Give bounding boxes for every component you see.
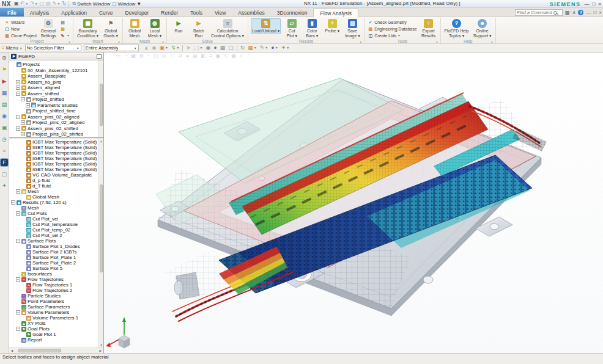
tree-item[interactable]: −◆Results (7.fld, 120 s) bbox=[9, 200, 103, 205]
tree-item[interactable]: ◆d_T fluid bbox=[9, 183, 103, 189]
save-image-button[interactable]: ▥SaveImage ▾ bbox=[343, 18, 361, 38]
toolbar-icon-14[interactable]: ✦▼ bbox=[281, 45, 290, 51]
menu-button[interactable]: ≡ Menu ▼ bbox=[2, 45, 23, 51]
tree-item[interactable]: ◆IGBT Max Temperature (Solid) bbox=[9, 150, 103, 156]
tree-item[interactable]: −◆Surface Plots bbox=[9, 238, 103, 244]
info-icon[interactable]: ◉ bbox=[1, 112, 8, 120]
cut-plot-button[interactable]: ▱CutPlot ▾ bbox=[283, 18, 301, 38]
tree-item[interactable]: ▧Cut Plot_vel 2 bbox=[9, 233, 103, 238]
tree-item[interactable]: −▣Project_shifted bbox=[9, 96, 103, 103]
resource-bar-icon[interactable]: ▦ bbox=[565, 10, 570, 15]
tab-application[interactable]: Application bbox=[55, 8, 93, 16]
collapse-icon[interactable]: − bbox=[11, 200, 15, 205]
local-mesh-button[interactable]: ◍LocalMesh ▾ bbox=[146, 18, 164, 38]
toolbar-icon-0[interactable]: ▲ bbox=[144, 45, 149, 51]
constraint-navigator-icon[interactable]: ▶ bbox=[1, 78, 8, 85]
simulation-model[interactable] bbox=[104, 53, 603, 353]
help-icon[interactable]: ? bbox=[578, 10, 583, 15]
calculation-control-options-button[interactable]: ≡CalculationControl Options ▾ bbox=[210, 18, 245, 38]
feature-tree-hscrollbar[interactable]: ◀ ▶ bbox=[9, 348, 103, 353]
toolbar-icon-4[interactable]: ➤ bbox=[186, 45, 191, 51]
find-command-box[interactable] bbox=[515, 9, 563, 16]
wizard-button[interactable]: ✦Wizard bbox=[4, 19, 37, 25]
expand-icon[interactable]: + bbox=[16, 86, 20, 90]
assembly-navigator-icon[interactable]: ⚑ bbox=[1, 66, 8, 73]
tree-item[interactable]: ▤Report bbox=[9, 337, 103, 343]
tab-analysis[interactable]: Analysis bbox=[24, 8, 56, 16]
scroll-thumb[interactable] bbox=[100, 84, 103, 126]
tree-item[interactable]: +▦Parametric Studies bbox=[9, 103, 103, 109]
tree-item[interactable]: −≈Flow Trajectories bbox=[9, 277, 103, 282]
tree-item[interactable]: ⚑00_Main_Assembly_122101 bbox=[9, 68, 103, 74]
history-icon[interactable]: ◷ bbox=[1, 136, 8, 143]
collapse-icon[interactable]: − bbox=[16, 211, 20, 216]
tree-item[interactable]: −▦Mesh bbox=[9, 189, 103, 194]
floefd-panel-icon[interactable]: F bbox=[1, 159, 8, 166]
global-goals-button[interactable]: ⚑GlobalGoals ▾ bbox=[102, 18, 120, 38]
tab-developer[interactable]: Developer bbox=[119, 8, 155, 16]
tree-item[interactable]: −▣Volume Parameters bbox=[9, 310, 103, 315]
tree-item[interactable]: ▣Project_shifted_time bbox=[9, 108, 103, 114]
tree-item[interactable]: ▧Cut Plot_vel bbox=[9, 216, 103, 222]
tree-item[interactable]: ◆Surface Plot 5 bbox=[9, 266, 103, 271]
part-navigator-icon[interactable]: ▦ bbox=[1, 89, 8, 96]
toolbar-icon-3[interactable]: ↯▼ bbox=[171, 45, 180, 51]
create-lids-button[interactable]: ◫Create Lids▼ bbox=[367, 32, 417, 38]
feature-tree-scrollbar[interactable]: ▲ ▼ bbox=[98, 139, 103, 348]
collapse-icon[interactable]: − bbox=[16, 92, 20, 96]
toolbar-icon-10[interactable]: ↻ bbox=[240, 45, 245, 51]
tree-item[interactable]: ▲XY Plots bbox=[9, 321, 103, 326]
tab-tools[interactable]: Tools bbox=[184, 8, 209, 16]
tree-item[interactable]: ◆IGBT Max Temperature (Solid) bbox=[9, 145, 103, 150]
tree-item[interactable]: ◆VG CAD Volume_Baseplate bbox=[9, 172, 103, 178]
tree-item[interactable]: −⚑Assem_shifted bbox=[9, 91, 103, 97]
close-button[interactable]: × bbox=[598, 1, 601, 7]
gear-icon[interactable]: ⚙ bbox=[1, 54, 8, 62]
scroll-thumb[interactable] bbox=[18, 349, 61, 352]
selection-filter-combo[interactable]: No Selection Filter▼ bbox=[25, 45, 81, 51]
expand-icon[interactable]: + bbox=[16, 80, 20, 84]
tree-item[interactable]: ◆IGBT Max Temperature (Solid) bbox=[9, 139, 103, 145]
tree-item[interactable]: +⚑Assem_aligned bbox=[9, 85, 103, 91]
icon-button[interactable]: ▤ bbox=[59, 19, 70, 25]
online-support-button[interactable]: ☻OnlineSupport ▾ bbox=[472, 18, 493, 38]
collapse-icon[interactable]: − bbox=[16, 126, 20, 131]
floefd-help-topics-button[interactable]: ?FloEFD HelpTopics ▾ bbox=[443, 18, 470, 38]
doc-close-icon[interactable]: × bbox=[599, 10, 602, 15]
tree-item[interactable]: ◆IGBT Max Temperature (Solid) bbox=[9, 156, 103, 161]
toolbar-icon-7[interactable]: ● bbox=[213, 45, 216, 51]
engineering-database-button[interactable]: ▤Engineering Database bbox=[367, 26, 417, 32]
tree-item[interactable]: ≈Flow Trajectories 1 bbox=[9, 282, 103, 288]
tree-item[interactable]: ▦Global Mesh bbox=[9, 194, 103, 200]
toolbar-icon-13[interactable]: ●▼ bbox=[271, 45, 278, 51]
tree-icon[interactable]: ≡ bbox=[1, 147, 8, 155]
collapse-icon[interactable]: − bbox=[21, 97, 25, 101]
probe-button[interactable]: +Probe ▾ bbox=[323, 18, 341, 34]
quick-access-button-2[interactable]: ↷▼ bbox=[30, 1, 38, 6]
collapse-icon[interactable]: − bbox=[16, 115, 20, 119]
toolbar-icon-2[interactable]: ▣▼ bbox=[159, 45, 168, 51]
collapse-icon[interactable]: − bbox=[16, 277, 20, 282]
group-launcher[interactable]: ▼ bbox=[359, 39, 362, 45]
collapse-icon[interactable]: − bbox=[16, 189, 20, 194]
window-menu-button[interactable]: ▢ Window ▼ bbox=[112, 1, 141, 7]
tree-item[interactable]: +▣Project_pins_02_aligned bbox=[9, 120, 103, 126]
color-bars-button[interactable]: ▮ColorBars ▾ bbox=[303, 18, 321, 38]
collapse-icon[interactable]: − bbox=[16, 327, 20, 331]
group-launcher[interactable]: ▼ bbox=[490, 39, 494, 45]
group-launcher[interactable]: ▼ bbox=[117, 39, 120, 45]
switch-window-button[interactable]: ⧉ Switch Window bbox=[72, 1, 110, 7]
general-settings-button[interactable]: ⚙GeneralSettings bbox=[39, 18, 57, 38]
icon-button[interactable]: ▦ bbox=[59, 26, 70, 32]
tree-item[interactable]: ◆d_p fluid bbox=[9, 178, 103, 183]
global-mesh-button[interactable]: ▦GlobalMesh bbox=[125, 18, 144, 38]
tree-item[interactable]: ▲Isosurfaces bbox=[9, 271, 103, 277]
collapse-icon[interactable]: − bbox=[16, 310, 20, 315]
tree-item[interactable]: −⚑Assem_pins_02_aligned bbox=[9, 114, 103, 120]
toolbar-icon-6[interactable]: ◉ bbox=[205, 45, 210, 51]
tree-item[interactable]: ≡Mesh bbox=[9, 205, 103, 211]
tab-3dconnexion[interactable]: 3Dconnexion bbox=[271, 8, 314, 16]
tree-item[interactable]: ▦Projects bbox=[9, 62, 103, 68]
tree-item[interactable]: ▣Volume Parameters 1 bbox=[9, 315, 103, 321]
quick-access-button-4[interactable]: ▤ bbox=[46, 1, 51, 6]
